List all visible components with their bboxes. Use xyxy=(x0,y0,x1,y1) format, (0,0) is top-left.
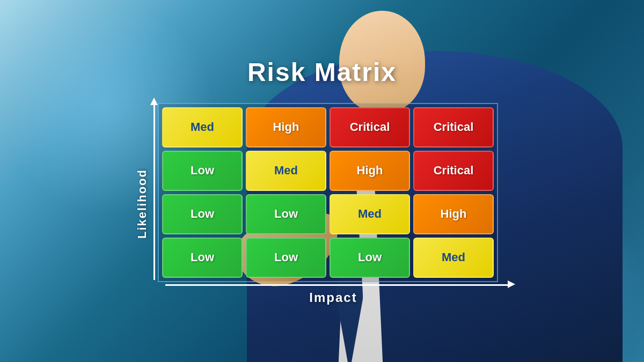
cell-r2c2: Med xyxy=(330,194,410,234)
matrix-wrapper: Likelihood Med High Critical Critical Lo… xyxy=(135,103,509,305)
cell-r1c2: High xyxy=(330,151,410,191)
cell-r3c3: Med xyxy=(413,238,494,278)
risk-matrix-grid: Med High Critical Critical Low Med High … xyxy=(158,103,498,282)
y-axis-label: Likelihood xyxy=(135,169,149,239)
cell-r3c2: Low xyxy=(330,238,410,278)
cell-r3c0: Low xyxy=(162,238,243,278)
cell-r3c1: Low xyxy=(246,238,326,278)
cell-r1c0: Low xyxy=(162,151,243,191)
main-content: Risk Matrix Likelihood Med High Critical… xyxy=(0,0,644,362)
x-axis-container: Impact xyxy=(158,282,509,305)
axis-area: Med High Critical Critical Low Med High … xyxy=(153,103,509,305)
cell-r2c1: Low xyxy=(246,194,326,234)
cell-r2c3: High xyxy=(413,194,494,234)
x-axis-line xyxy=(165,284,509,286)
page-title: Risk Matrix xyxy=(247,57,397,87)
cell-r0c0: Med xyxy=(162,107,243,147)
cell-r2c0: Low xyxy=(162,194,243,234)
cell-r0c3: Critical xyxy=(413,107,494,147)
cell-r1c1: Med xyxy=(246,151,326,191)
cell-r0c2: Critical xyxy=(330,107,410,147)
x-line-wrapper xyxy=(158,282,509,286)
y-axis-line xyxy=(153,103,155,280)
y-arrow-container: Med High Critical Critical Low Med High … xyxy=(153,103,498,282)
cell-r1c3: Critical xyxy=(413,151,494,191)
cell-r0c1: High xyxy=(246,107,326,147)
x-axis-label: Impact xyxy=(309,290,357,305)
